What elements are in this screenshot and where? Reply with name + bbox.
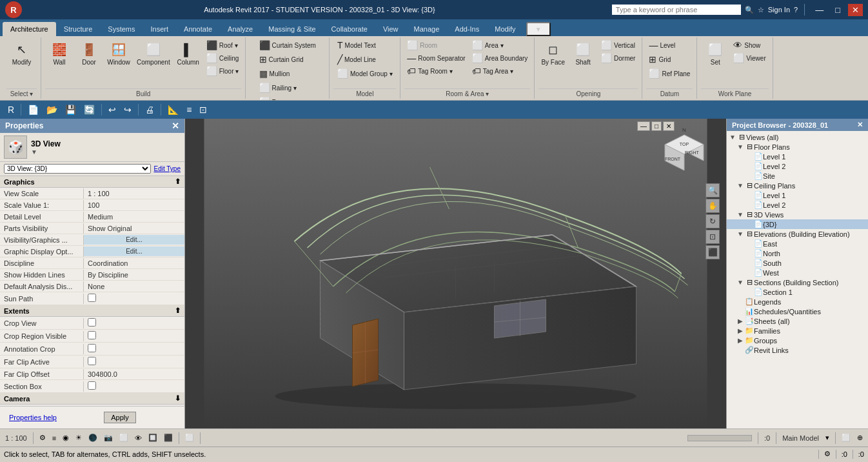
- detail-level-btn[interactable]: ≡: [50, 433, 59, 443]
- tab-systems[interactable]: Systems: [100, 22, 143, 36]
- tree-item-east[interactable]: 📄 East: [727, 239, 868, 248]
- tree-item-groups[interactable]: ▶ 📁 Groups: [727, 336, 868, 345]
- qa-sync-btn[interactable]: 🔄: [81, 103, 97, 116]
- steering-wheels-btn[interactable]: ⊕: [854, 432, 865, 443]
- star-icon[interactable]: ☆: [758, 6, 764, 14]
- vp-min-btn[interactable]: —: [637, 121, 650, 131]
- qa-new-btn[interactable]: 📄: [25, 103, 41, 116]
- properties-close-btn[interactable]: ✕: [172, 121, 179, 131]
- sun-path-btn2[interactable]: ☀: [73, 432, 84, 443]
- show-render-btn[interactable]: 📷: [101, 432, 115, 443]
- vc-zoom-window-btn[interactable]: ⬛: [705, 245, 720, 259]
- tree-item-views-all[interactable]: ▼ ⊟ Views (all): [727, 132, 868, 142]
- prop-type-dropdown[interactable]: ▼: [31, 148, 61, 156]
- crop-view-btn2[interactable]: ⬜: [117, 432, 131, 443]
- show-btn[interactable]: 👁 Show: [731, 39, 768, 52]
- door-btn[interactable]: 🚪 Door: [75, 39, 103, 68]
- tab-view[interactable]: View: [375, 22, 406, 36]
- tab-structure[interactable]: Structure: [56, 22, 101, 36]
- graphic-display-btn[interactable]: Edit...: [84, 246, 184, 256]
- tree-item-sheets[interactable]: ▶ 📑 Sheets (all): [727, 316, 868, 326]
- far-clip-active-checkbox[interactable]: [88, 357, 96, 365]
- tree-item-elevations[interactable]: ▼ ⊟ Elevations (Building Elevation): [727, 229, 868, 239]
- tree-item-3d-view[interactable]: 📄 {3D}: [727, 219, 868, 229]
- properties-help-link[interactable]: Properties help: [5, 412, 61, 423]
- section-box-checkbox[interactable]: [88, 381, 96, 390]
- tab-insert[interactable]: Insert: [143, 22, 177, 36]
- vc-zoom-btn[interactable]: 🔍: [705, 183, 720, 197]
- sign-in-btn[interactable]: Sign In: [768, 6, 790, 14]
- qa-revit-icon[interactable]: R: [5, 103, 17, 116]
- tree-item-floor-plans[interactable]: ▼ ⊟ Floor Plans: [727, 142, 868, 152]
- tree-item-north[interactable]: 📄 North: [727, 248, 868, 258]
- tree-item-section1[interactable]: 📄 Section 1: [727, 287, 868, 297]
- vertical-btn[interactable]: ⬜ Vertical: [598, 39, 638, 52]
- mullion-btn[interactable]: ▦ Mullion: [257, 67, 293, 80]
- window-btn[interactable]: 🪟 Window: [104, 39, 133, 68]
- tree-item-level1-cp[interactable]: 📄 Level 1: [727, 190, 868, 200]
- worksharing-btn[interactable]: ⬜: [182, 432, 197, 443]
- viewer-btn[interactable]: ⬜ Viewer: [731, 52, 768, 65]
- tag-room-btn[interactable]: 🏷 Tag Room ▾: [404, 65, 468, 77]
- level-btn[interactable]: — Level: [646, 39, 678, 52]
- tree-item-west[interactable]: 📄 West: [727, 268, 868, 277]
- model-group-btn[interactable]: ⬜ Model Group ▾: [335, 67, 395, 80]
- roof-btn[interactable]: ⬛ Roof ▾: [204, 39, 242, 52]
- temp-isolate-btn[interactable]: 🔲: [146, 432, 160, 443]
- tree-item-revit-links[interactable]: 🔗 Revit Links: [727, 345, 868, 355]
- tab-manage[interactable]: Manage: [406, 22, 448, 36]
- wall-btn[interactable]: 🧱 Wall: [45, 39, 74, 68]
- tree-item-site-fp[interactable]: 📄 Site: [727, 171, 868, 181]
- vc-fit-btn[interactable]: ⊡: [705, 230, 720, 244]
- tree-item-schedules[interactable]: 📊 Schedules/Quantities: [727, 306, 868, 316]
- set-btn[interactable]: ⬜ Set: [701, 39, 729, 68]
- tree-item-ceiling-plans[interactable]: ▼ ⊟ Ceiling Plans: [727, 181, 868, 190]
- visual-style-btn[interactable]: ◉: [60, 432, 72, 443]
- viewport[interactable]: — □ ✕: [185, 119, 726, 428]
- tab-massing[interactable]: Massing & Site: [261, 22, 323, 36]
- visibility-graphics-btn[interactable]: Edit...: [84, 235, 184, 245]
- nav-cube[interactable]: RIGHT TOP FRONT N: [658, 125, 710, 177]
- prop-view-select[interactable]: 3D View: {3D}: [4, 164, 151, 174]
- tree-item-level1-fp[interactable]: 📄 Level 1: [727, 152, 868, 161]
- search-icon[interactable]: 🔍: [745, 6, 754, 14]
- curtain-system-btn[interactable]: ⬛ Curtain System: [257, 39, 319, 52]
- vp-close-btn[interactable]: ✕: [663, 121, 675, 131]
- expand-panel-btn[interactable]: ▼: [526, 22, 551, 36]
- tab-modify[interactable]: Modify: [487, 22, 523, 36]
- qa-open-btn[interactable]: 📂: [44, 103, 60, 116]
- grid-btn[interactable]: ⊞ Grid: [646, 53, 673, 66]
- tree-item-level2-fp[interactable]: 📄 Level 2: [727, 161, 868, 171]
- view-settings-btn[interactable]: ⚙: [37, 432, 48, 443]
- tree-item-south[interactable]: 📄 South: [727, 258, 868, 268]
- qa-print-btn[interactable]: 🖨: [143, 103, 157, 116]
- modify-btn[interactable]: ↖ Modify: [8, 39, 36, 68]
- search-input[interactable]: [612, 5, 741, 15]
- component-btn[interactable]: ⬜ Component: [134, 39, 173, 68]
- ceiling-btn[interactable]: ⬜ Ceiling: [204, 52, 242, 65]
- help-icon[interactable]: ?: [794, 6, 798, 14]
- tab-annotate[interactable]: Annotate: [176, 22, 220, 36]
- show-hidden-btn[interactable]: 👁: [132, 433, 144, 443]
- model-line-btn[interactable]: ╱ Model Line: [335, 53, 379, 66]
- qa-undo-btn[interactable]: ↩: [106, 103, 119, 116]
- area-boundary-btn[interactable]: ⬜ Area Boundary: [469, 52, 531, 65]
- dormer-btn[interactable]: ⬜ Dormer: [598, 52, 638, 65]
- by-face-btn[interactable]: ◻ By Face: [538, 39, 567, 68]
- qa-save-btn[interactable]: 💾: [63, 103, 79, 116]
- tree-item-level2-cp[interactable]: 📄 Level 2: [727, 200, 868, 210]
- apply-btn[interactable]: Apply: [104, 412, 136, 423]
- model-text-btn[interactable]: T Model Text: [335, 39, 379, 52]
- view-cube-btn[interactable]: ⬜: [839, 432, 853, 443]
- pb-close-btn[interactable]: ✕: [857, 121, 863, 129]
- status-workset-btn[interactable]: ⚙: [824, 450, 831, 458]
- tree-item-legends[interactable]: 📋 Legends: [727, 297, 868, 306]
- room-btn[interactable]: ⬜ Room: [404, 39, 468, 52]
- sun-path-checkbox[interactable]: [88, 294, 96, 302]
- qa-redo-btn[interactable]: ↪: [121, 103, 134, 116]
- reveal-hidden-btn[interactable]: ⬛: [161, 432, 175, 443]
- edit-type-link[interactable]: Edit Type: [153, 165, 181, 172]
- crop-region-checkbox[interactable]: [88, 331, 96, 339]
- prop-section-graphics[interactable]: Graphics ⬆: [0, 176, 184, 188]
- qa-snaps-btn[interactable]: ⊡: [197, 103, 210, 116]
